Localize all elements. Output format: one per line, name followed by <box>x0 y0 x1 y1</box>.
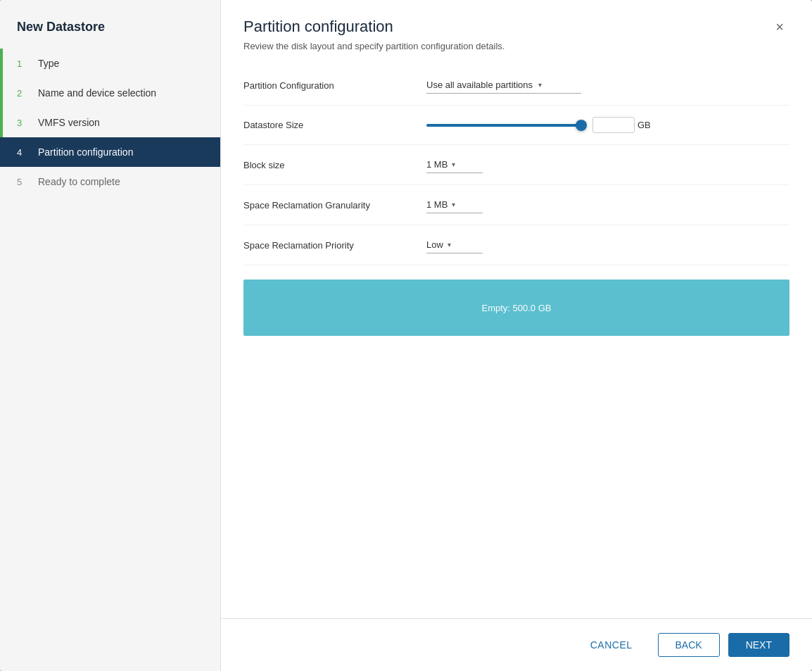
sidebar-item-name[interactable]: 2 Name and device selection <box>0 78 220 108</box>
sidebar-title: New Datastore <box>0 0 220 49</box>
modal: New Datastore 1 Type 2 Name and device s… <box>0 0 812 671</box>
chevron-down-icon-4: ▾ <box>448 241 451 249</box>
step-num-2: 2 <box>17 88 31 99</box>
slider-thumb[interactable] <box>576 120 587 131</box>
space-reclamation-granularity-value: 1 MB <box>426 199 448 210</box>
datastore-size-control: 500 GB <box>426 117 789 133</box>
space-reclamation-priority-label: Space Reclamation Priority <box>243 240 426 251</box>
space-reclamation-priority-value: Low <box>426 239 443 250</box>
step-num-1: 1 <box>17 58 31 69</box>
slider-track[interactable] <box>426 124 581 127</box>
sidebar-item-partition[interactable]: 4 Partition configuration <box>0 137 220 167</box>
slider-value-box: 500 GB <box>592 117 651 133</box>
modal-body: New Datastore 1 Type 2 Name and device s… <box>0 0 812 671</box>
partition-config-dropdown[interactable]: Use all available partitions ▾ <box>426 77 581 94</box>
datastore-size-unit: GB <box>637 120 651 130</box>
chevron-down-icon: ▾ <box>538 81 542 89</box>
step-num-5: 5 <box>17 177 31 187</box>
sidebar-item-type[interactable]: 1 Type <box>0 49 220 78</box>
sidebar-item-label-name: Name and device selection <box>38 87 156 99</box>
block-size-row: Block size 1 MB ▾ <box>243 145 789 185</box>
next-button[interactable]: NEXT <box>728 633 789 657</box>
disk-visualization: Empty: 500.0 GB <box>243 280 789 336</box>
datastore-size-input[interactable]: 500 <box>592 117 635 133</box>
datastore-size-row: Datastore Size 500 GB <box>243 106 789 145</box>
block-size-dropdown[interactable]: 1 MB ▾ <box>426 156 483 173</box>
space-reclamation-granularity-label: Space Reclamation Granularity <box>243 200 426 211</box>
modal-footer: CANCEL BACK NEXT <box>221 618 812 671</box>
chevron-down-icon-2: ▾ <box>452 161 455 168</box>
chevron-down-icon-3: ▾ <box>452 201 455 208</box>
partition-config-value: Use all available partitions <box>426 80 533 90</box>
main-title: Partition configuration <box>243 18 393 36</box>
back-button[interactable]: BACK <box>658 633 720 657</box>
partition-config-row: Partition Configuration Use all availabl… <box>243 65 789 106</box>
space-reclamation-priority-control: Low ▾ <box>426 237 789 253</box>
sidebar-item-vmfs[interactable]: 3 VMFS version <box>0 108 220 137</box>
step-num-3: 3 <box>17 118 31 128</box>
cancel-button[interactable]: CANCEL <box>573 634 649 656</box>
block-size-value: 1 MB <box>426 159 448 170</box>
block-size-control: 1 MB ▾ <box>426 156 789 173</box>
slider-container: 500 GB <box>426 117 789 133</box>
slider-fill <box>426 124 581 127</box>
disk-viz-label: Empty: 500.0 GB <box>482 303 552 313</box>
space-reclamation-granularity-row: Space Reclamation Granularity 1 MB ▾ <box>243 185 789 225</box>
space-reclamation-priority-row: Space Reclamation Priority Low ▾ <box>243 225 789 265</box>
space-reclamation-granularity-dropdown[interactable]: 1 MB ▾ <box>426 196 483 213</box>
sidebar-item-label-type: Type <box>38 58 59 69</box>
main-header: Partition configuration × <box>221 0 812 37</box>
partition-config-label: Partition Configuration <box>243 80 426 91</box>
sidebar: New Datastore 1 Type 2 Name and device s… <box>0 0 221 671</box>
sidebar-item-label-partition: Partition configuration <box>38 146 133 158</box>
sidebar-item-label-vmfs: VMFS version <box>38 117 100 128</box>
sidebar-item-ready[interactable]: 5 Ready to complete <box>0 167 220 196</box>
sidebar-item-label-ready: Ready to complete <box>38 176 120 187</box>
main-subtitle: Review the disk layout and specify parti… <box>221 37 812 65</box>
space-reclamation-granularity-control: 1 MB ▾ <box>426 196 789 213</box>
block-size-label: Block size <box>243 160 426 170</box>
main-panel: Partition configuration × Review the dis… <box>221 0 812 671</box>
close-button[interactable]: × <box>770 17 789 37</box>
partition-config-control: Use all available partitions ▾ <box>426 77 789 94</box>
step-num-4: 4 <box>17 147 31 158</box>
space-reclamation-priority-dropdown[interactable]: Low ▾ <box>426 237 483 253</box>
datastore-size-label: Datastore Size <box>243 120 426 130</box>
main-content: Partition Configuration Use all availabl… <box>221 65 812 618</box>
